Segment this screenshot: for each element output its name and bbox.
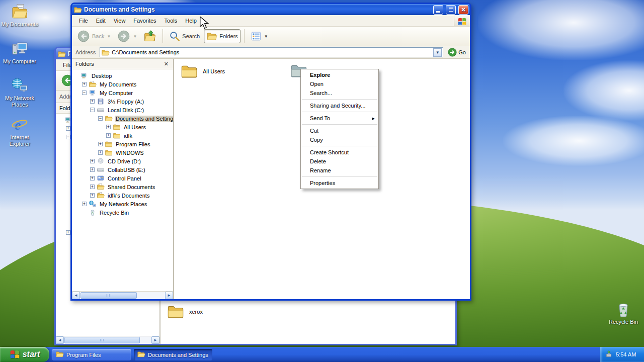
expand-plus-icon[interactable]: + — [90, 167, 95, 172]
tree-item-documents-and-settings[interactable]: −Documents and Settings — [72, 114, 173, 123]
folders-button[interactable]: Folders — [204, 29, 240, 43]
taskbar-task-program-files[interactable]: Program Files — [52, 349, 131, 360]
collapse-minus-icon[interactable]: − — [82, 90, 87, 95]
expand-plus-icon[interactable]: + — [90, 176, 95, 180]
tree-item-my-documents[interactable]: +My Documents — [72, 80, 173, 88]
tree-label[interactable]: Control Panel — [107, 175, 142, 182]
context-item-cut[interactable]: Cut — [301, 126, 378, 135]
tree-label[interactable]: idfk's Documents — [107, 193, 150, 199]
desktop-icon-my-network-places[interactable]: My Network Places — [0, 77, 39, 108]
collapse-minus-icon[interactable]: − — [66, 135, 70, 139]
horizontal-scrollbar[interactable]: ◄ ► — [72, 291, 173, 299]
expand-plus-icon[interactable]: + — [66, 230, 70, 235]
collapse-minus-icon[interactable]: − — [90, 108, 95, 112]
tree-item-windows[interactable]: +WINDOWS — [72, 148, 173, 157]
context-item-sharing-and-security-[interactable]: Sharing and Security... — [301, 101, 378, 110]
tree-item-recycle-bin[interactable]: Recycle Bin — [72, 208, 173, 217]
tree-label[interactable]: Local Disk (C:) — [107, 107, 145, 113]
tree-label[interactable]: Recycle Bin — [99, 210, 130, 216]
scroll-left-icon[interactable]: ◄ — [56, 336, 64, 344]
context-item-open[interactable]: Open — [301, 79, 378, 88]
tree-label[interactable]: Documents and Settings — [115, 116, 173, 122]
file-tile-xerox[interactable]: xerox — [167, 303, 203, 320]
scroll-right-icon[interactable]: ► — [151, 336, 159, 344]
tree-item-local-disk-c-[interactable]: −Local Disk (C:) — [72, 106, 173, 114]
tree-item-my-computer[interactable]: −My Computer — [72, 88, 173, 97]
safely-remove-hardware-icon[interactable] — [605, 350, 613, 359]
tree-label[interactable]: My Documents — [99, 81, 137, 87]
tree-label[interactable]: My Network Places — [99, 201, 148, 207]
expand-plus-icon[interactable]: + — [90, 159, 95, 163]
expand-plus-icon[interactable]: + — [82, 82, 87, 86]
close-button[interactable]: ✕ — [458, 5, 468, 15]
back-button[interactable]: Back ▼ — [74, 28, 113, 44]
expand-plus-icon[interactable]: + — [98, 150, 103, 155]
scroll-left-icon[interactable]: ◄ — [72, 292, 80, 299]
scroll-right-icon[interactable]: ► — [165, 292, 173, 299]
context-item-send-to[interactable]: Send To▶ — [301, 114, 378, 123]
tree-item-my-network-places[interactable]: +My Network Places — [72, 200, 173, 208]
menu-edit[interactable]: Edit — [92, 16, 110, 25]
expand-plus-icon[interactable]: + — [66, 126, 70, 131]
minimize-button[interactable] — [433, 5, 443, 15]
close-pane-icon[interactable]: ✕ — [163, 61, 170, 67]
tree-item-shared-documents[interactable]: +Shared Documents — [72, 183, 173, 191]
expand-plus-icon[interactable]: + — [106, 125, 111, 129]
desktop-icon-recycle-bin[interactable]: Recycle Bin — [604, 301, 643, 325]
search-button[interactable]: Search — [167, 29, 202, 43]
desktop-icon-internet-explorer[interactable]: eInternet Explorer — [0, 116, 39, 147]
tree-item-idfk[interactable]: +idfk — [72, 131, 173, 140]
expand-plus-icon[interactable]: + — [90, 193, 95, 198]
tree-item-desktop[interactable]: Desktop — [72, 71, 173, 80]
tree-label[interactable]: Desktop — [91, 73, 113, 79]
context-item-search-[interactable]: Search... — [301, 88, 378, 98]
context-item-create-shortcut[interactable]: Create Shortcut — [301, 148, 378, 157]
context-item-properties[interactable]: Properties — [301, 178, 378, 188]
menu-favorites[interactable]: Favorites — [129, 16, 160, 25]
tree-item-all-users[interactable]: +All Users — [72, 123, 173, 131]
tree-label[interactable]: All Users — [123, 124, 147, 130]
tree-label[interactable]: Shared Documents — [107, 184, 156, 190]
expand-plus-icon[interactable]: + — [106, 133, 111, 138]
window-documents-and-settings[interactable]: Documents and Settings ✕ FileEditViewFav… — [70, 3, 471, 301]
tree-item-control-panel[interactable]: +Control Panel — [72, 174, 173, 183]
menu-tools[interactable]: Tools — [160, 16, 182, 25]
expand-plus-icon[interactable]: + — [90, 185, 95, 189]
context-item-rename[interactable]: Rename — [301, 166, 378, 175]
collapse-minus-icon[interactable]: − — [98, 116, 103, 121]
desktop-icon-my-documents[interactable]: My Documents — [0, 3, 39, 28]
menu-help[interactable]: Help — [181, 16, 201, 25]
tree-label[interactable]: My Computer — [99, 90, 134, 96]
tree-label[interactable]: CD Drive (D:) — [107, 158, 142, 164]
address-dropdown-icon[interactable]: ▼ — [433, 48, 442, 57]
go-button[interactable]: Go — [446, 48, 468, 57]
context-item-delete[interactable]: Delete — [301, 157, 378, 166]
expand-plus-icon[interactable]: + — [90, 99, 95, 104]
address-input[interactable]: C:\Documents and Settings ▼ — [100, 47, 443, 57]
scrollbar-thumb[interactable] — [64, 337, 140, 343]
file-tile-all-users[interactable]: All Users — [180, 63, 225, 79]
scrollbar-thumb[interactable] — [80, 292, 137, 299]
start-button[interactable]: start — [0, 347, 49, 362]
maximize-button[interactable] — [446, 5, 456, 15]
taskbar-task-documents-and-settings[interactable]: Documents and Settings — [134, 349, 212, 360]
context-item-explore[interactable]: Explore — [301, 70, 378, 79]
tree-item-collabusb-e-[interactable]: +CollabUSB (E:) — [72, 165, 173, 174]
expand-plus-icon[interactable]: + — [98, 142, 103, 146]
tree-item-cd-drive-d-[interactable]: +CD Drive (D:) — [72, 157, 173, 165]
context-item-copy[interactable]: Copy — [301, 135, 378, 144]
tree-label[interactable]: Program Files — [115, 141, 151, 147]
tree-label[interactable]: 3½ Floppy (A:) — [107, 99, 145, 105]
forward-button[interactable]: ▼ — [115, 28, 139, 44]
desktop-icon-my-computer[interactable]: My Computer — [0, 40, 39, 65]
tree-label[interactable]: idfk — [123, 133, 133, 139]
expand-plus-icon[interactable]: + — [82, 202, 87, 206]
tree-label[interactable]: CollabUSB (E:) — [107, 167, 146, 173]
tree-label[interactable]: WINDOWS — [115, 150, 145, 156]
tree-item-3-floppy-a-[interactable]: +3½ Floppy (A:) — [72, 97, 173, 106]
up-button[interactable] — [141, 28, 159, 44]
views-button[interactable]: ▼ — [248, 29, 271, 43]
tree-item-idfk-s-documents[interactable]: +idfk's Documents — [72, 191, 173, 200]
tree-item-program-files[interactable]: +Program Files — [72, 140, 173, 148]
titlebar[interactable]: Documents and Settings ✕ — [72, 4, 470, 15]
